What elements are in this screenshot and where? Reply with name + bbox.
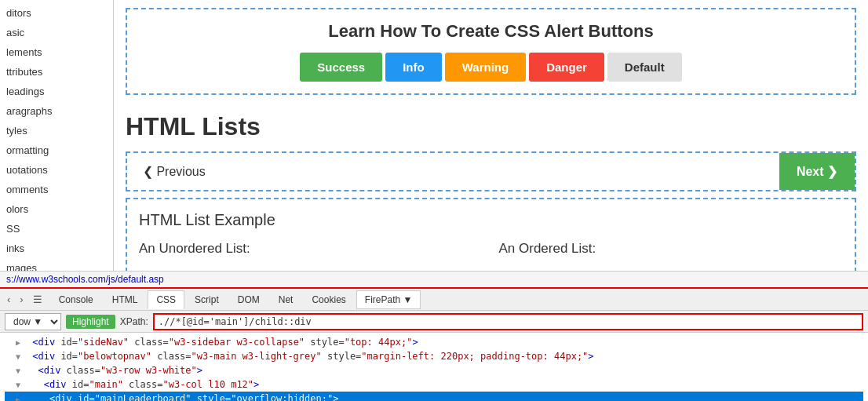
devtools-tabs: ‹ › ☰ Console HTML CSS Script DOM Net Co… (0, 289, 868, 311)
sidebar-item-comments[interactable]: omments (0, 180, 113, 199)
sidebar-item-styles[interactable]: tyles (0, 121, 113, 140)
lists-heading: HTML Lists (114, 103, 868, 148)
default-button[interactable]: Default (607, 53, 682, 82)
toggle-4[interactable]: ▼ (16, 381, 27, 389)
ordered-list-col: An Ordered List: (499, 241, 844, 263)
tab-css[interactable]: CSS (148, 290, 184, 309)
alert-section: Learn How To Create CSS Alert Buttons Su… (126, 8, 856, 95)
highlight-button[interactable]: Highlight (66, 315, 115, 329)
code-line-2: ▼ <div id="belowtopnav" class="w3-main w… (5, 349, 863, 363)
info-button[interactable]: Info (385, 53, 442, 82)
nav-spacer (221, 153, 779, 190)
code-line-1: ▶ <div id="sideNav" class="w3-sidebar w3… (5, 335, 863, 349)
tab-net[interactable]: Net (270, 290, 302, 309)
list-example-box: HTML List Example An Unordered List: An … (126, 198, 856, 271)
sidebar: ditors asic lements ttributes leadings a… (0, 0, 114, 271)
devtools-nav-icons: ‹ › ☰ (4, 292, 46, 307)
main-area: ditors asic lements ttributes leadings a… (0, 0, 868, 271)
prev-button[interactable]: ❮ Previous (127, 153, 221, 190)
success-button[interactable]: Success (300, 53, 382, 82)
sidebar-item-colors[interactable]: olors (0, 199, 113, 219)
devtools-toolbar: dow ▼ Highlight XPath: (0, 311, 868, 333)
unordered-list-label: An Unordered List: (139, 241, 483, 257)
xpath-label: XPath: (120, 316, 148, 327)
sidebar-item-elements[interactable]: lements (0, 42, 113, 62)
code-line-4: ▼ <div id="main" class="w3-col l10 m12"> (5, 377, 863, 392)
tab-console[interactable]: Console (50, 290, 102, 309)
tab-html[interactable]: HTML (104, 290, 147, 309)
code-line-3: ▼ <div class="w3-row w3-white"> (5, 363, 863, 377)
tab-cookies[interactable]: Cookies (303, 290, 354, 309)
tab-firepath[interactable]: FirePath ▼ (356, 290, 421, 309)
devtools-panel: ‹ › ☰ Console HTML CSS Script DOM Net Co… (0, 287, 868, 401)
list-example-title: HTML List Example (139, 211, 843, 229)
sidebar-item-formatting[interactable]: ormatting (0, 140, 113, 160)
sidebar-item-links[interactable]: inks (0, 239, 113, 258)
toggle-5[interactable]: ► (16, 395, 27, 402)
sidebar-item-quotations[interactable]: uotations (0, 160, 113, 180)
sidebar-item-paragraphs[interactable]: aragraphs (0, 101, 113, 121)
code-line-5[interactable]: ► <div id="mainLeaderboard" style="overf… (5, 392, 863, 401)
toggle-3[interactable]: ▼ (16, 366, 27, 375)
toggle-2[interactable]: ▼ (16, 352, 27, 361)
tab-dom[interactable]: DOM (229, 290, 268, 309)
alert-buttons: Success Info Warning Danger Default (139, 53, 843, 82)
devtools-list-button[interactable]: ☰ (30, 292, 46, 307)
nav-box: ❮ Previous Next ❯ (126, 151, 856, 191)
toolbar-dropdown[interactable]: dow ▼ (5, 313, 61, 330)
unordered-list-col: An Unordered List: (139, 241, 483, 263)
sidebar-item-editors[interactable]: ditors (0, 3, 113, 23)
url-bar: s://www.w3schools.com/js/default.asp (0, 271, 868, 287)
sidebar-item-basic[interactable]: asic (0, 23, 113, 42)
next-button[interactable]: Next ❯ (779, 153, 855, 190)
alert-title: Learn How To Create CSS Alert Buttons (139, 21, 843, 42)
sidebar-item-attributes[interactable]: ttributes (0, 62, 113, 82)
list-columns: An Unordered List: An Ordered List: (139, 241, 843, 263)
devtools-back-button[interactable]: ‹ (4, 292, 13, 307)
sidebar-item-headings[interactable]: leadings (0, 82, 113, 101)
devtools-forward-button[interactable]: › (16, 292, 26, 307)
ordered-list-label: An Ordered List: (499, 241, 844, 257)
xpath-input[interactable] (153, 313, 863, 330)
content-area: Learn How To Create CSS Alert Buttons Su… (114, 0, 868, 271)
tab-script[interactable]: Script (186, 290, 228, 309)
sidebar-item-images[interactable]: mages (0, 258, 113, 271)
devtools-code: ▶ <div id="sideNav" class="w3-sidebar w3… (0, 333, 868, 401)
sidebar-item-css[interactable]: SS (0, 219, 113, 239)
toggle-1[interactable]: ▶ (16, 338, 27, 347)
warning-button[interactable]: Warning (445, 53, 526, 82)
danger-button[interactable]: Danger (529, 53, 604, 82)
